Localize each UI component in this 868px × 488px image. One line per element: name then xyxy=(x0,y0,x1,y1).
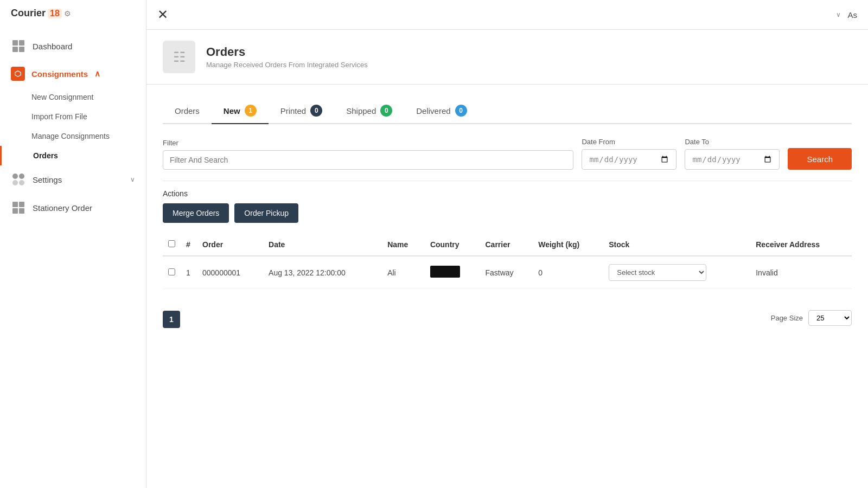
filter-group-date-to: Date To xyxy=(685,138,780,170)
merge-orders-button[interactable]: Merge Orders xyxy=(163,203,229,223)
row-weight: 0 xyxy=(533,256,603,289)
sidebar-item-orders[interactable]: Orders xyxy=(0,146,146,165)
settings-label: Settings xyxy=(33,175,124,184)
sidebar-item-settings[interactable]: Settings ∨ xyxy=(0,165,146,194)
close-button[interactable]: ✕ xyxy=(157,7,168,22)
stationery-icon xyxy=(11,200,26,215)
page-subtitle: Manage Received Orders From Integrated S… xyxy=(206,61,368,69)
filter-divider xyxy=(163,181,852,181)
topbar: ✕ ∨ As xyxy=(146,0,868,30)
logo-gear-icon: ⚙ xyxy=(64,9,71,18)
sidebar-item-new-consignment[interactable]: New Consignment xyxy=(0,87,146,107)
dashboard-icon xyxy=(11,38,26,54)
row-receiver-address: Invalid xyxy=(750,256,852,289)
row-date: Aug 13, 2022 12:00:00 xyxy=(263,256,382,289)
tab-printed[interactable]: Printed 0 xyxy=(269,98,335,124)
consignments-submenu: New Consignment Import From File Manage … xyxy=(0,87,146,165)
content-area: Orders New 1 Printed 0 Shipped 0 xyxy=(146,85,868,342)
col-checkbox xyxy=(163,234,181,256)
filter-row: Filter Date From Date To Search xyxy=(163,138,852,170)
consignments-icon xyxy=(11,67,25,81)
row-country xyxy=(425,256,480,289)
page-header-icon: ☷ xyxy=(163,41,195,73)
tab-delivered[interactable]: Delivered 0 xyxy=(404,98,478,124)
row-order: 000000001 xyxy=(197,256,263,289)
main-content: ☷ Orders Manage Received Orders From Int… xyxy=(146,30,868,488)
settings-icon xyxy=(11,172,26,187)
pagination: 1 xyxy=(163,311,180,328)
logo-text: Courier xyxy=(11,8,46,19)
tab-delivered-badge: 0 xyxy=(455,105,467,117)
page-size-row: Page Size 10 25 50 100 xyxy=(771,310,852,326)
tab-printed-label: Printed xyxy=(280,106,307,115)
col-receiver: Receiver Address xyxy=(750,234,852,256)
tab-new-label: New xyxy=(224,106,240,115)
topbar-user-label: As xyxy=(847,10,857,20)
row-select-checkbox[interactable] xyxy=(168,268,175,275)
page-1-button[interactable]: 1 xyxy=(163,311,180,328)
country-flag-icon xyxy=(430,266,460,278)
sidebar-item-manage-consignments[interactable]: Manage Consignments xyxy=(0,126,146,146)
page-size-select[interactable]: 10 25 50 100 xyxy=(808,310,852,326)
row-checkbox xyxy=(163,256,181,289)
row-stock: Select stock xyxy=(603,256,750,289)
actions-row: Merge Orders Order Pickup xyxy=(163,203,852,223)
sidebar-item-dashboard[interactable]: Dashboard xyxy=(0,32,146,60)
col-order: Order xyxy=(197,234,263,256)
sidebar-dashboard-label: Dashboard xyxy=(33,42,135,51)
consignments-label: Consignments xyxy=(31,69,88,79)
page-title: Orders xyxy=(206,45,368,59)
col-stock: Stock xyxy=(603,234,750,256)
tab-printed-badge: 0 xyxy=(310,105,322,117)
date-to-input[interactable] xyxy=(685,149,780,170)
row-name: Ali xyxy=(382,256,425,289)
search-button[interactable]: Search xyxy=(788,148,852,170)
sidebar-item-stationery-order[interactable]: Stationery Order xyxy=(0,194,146,222)
table-header-row: # Order Date Name Country Carrier Weight… xyxy=(163,234,852,256)
sidebar-item-import-from-file[interactable]: Import From File xyxy=(0,107,146,126)
topbar-chevron-icon: ∨ xyxy=(836,11,841,18)
tab-shipped[interactable]: Shipped 0 xyxy=(334,98,404,124)
tab-orders[interactable]: Orders xyxy=(163,98,212,124)
date-to-label: Date To xyxy=(685,138,780,146)
col-num: # xyxy=(181,234,197,256)
consignments-chevron-icon: ∧ xyxy=(94,69,100,79)
sidebar: Courier 18 ⚙ Dashboard xyxy=(0,0,146,488)
tab-orders-label: Orders xyxy=(175,106,200,115)
date-from-label: Date From xyxy=(582,138,676,146)
settings-chevron-icon: ∨ xyxy=(130,176,135,183)
tab-delivered-label: Delivered xyxy=(416,106,450,115)
filter-group-date-from: Date From xyxy=(582,138,676,170)
tab-new-badge: 1 xyxy=(245,105,257,117)
col-name: Name xyxy=(382,234,425,256)
stationery-label: Stationery Order xyxy=(33,203,135,213)
row-carrier: Fastway xyxy=(480,256,533,289)
filter-label: Filter xyxy=(163,139,573,147)
table-row: 1 000000001 Aug 13, 2022 12:00:00 Ali Fa… xyxy=(163,256,852,289)
select-all-checkbox[interactable] xyxy=(168,240,175,247)
col-date: Date xyxy=(263,234,382,256)
page-header: ☷ Orders Manage Received Orders From Int… xyxy=(146,30,868,85)
col-weight: Weight (kg) xyxy=(533,234,603,256)
filter-group-main: Filter xyxy=(163,139,573,170)
date-from-input[interactable] xyxy=(582,149,676,170)
logo-number: 18 xyxy=(48,9,62,18)
logo-area: Courier 18 ⚙ xyxy=(0,0,146,27)
sidebar-nav: Dashboard Consignments ∧ New Consignment… xyxy=(0,27,146,488)
filter-search-input[interactable] xyxy=(163,150,573,170)
stock-select[interactable]: Select stock xyxy=(609,264,706,281)
page-header-info: Orders Manage Received Orders From Integ… xyxy=(206,45,368,69)
sidebar-item-consignments[interactable]: Consignments ∧ xyxy=(0,60,146,87)
tab-new[interactable]: New 1 xyxy=(212,98,269,124)
col-carrier: Carrier xyxy=(480,234,533,256)
row-num: 1 xyxy=(181,256,197,289)
order-pickup-button[interactable]: Order Pickup xyxy=(234,203,298,223)
tab-shipped-label: Shipped xyxy=(346,106,376,115)
page-size-label: Page Size xyxy=(771,314,803,322)
col-country: Country xyxy=(425,234,480,256)
tab-shipped-badge: 0 xyxy=(380,105,392,117)
actions-label: Actions xyxy=(163,189,852,198)
right-panel: ✕ ∨ As ☷ Orders Manage Received Orders F… xyxy=(146,0,868,488)
orders-table: # Order Date Name Country Carrier Weight… xyxy=(163,234,852,289)
tabs-row: Orders New 1 Printed 0 Shipped 0 xyxy=(163,98,852,124)
